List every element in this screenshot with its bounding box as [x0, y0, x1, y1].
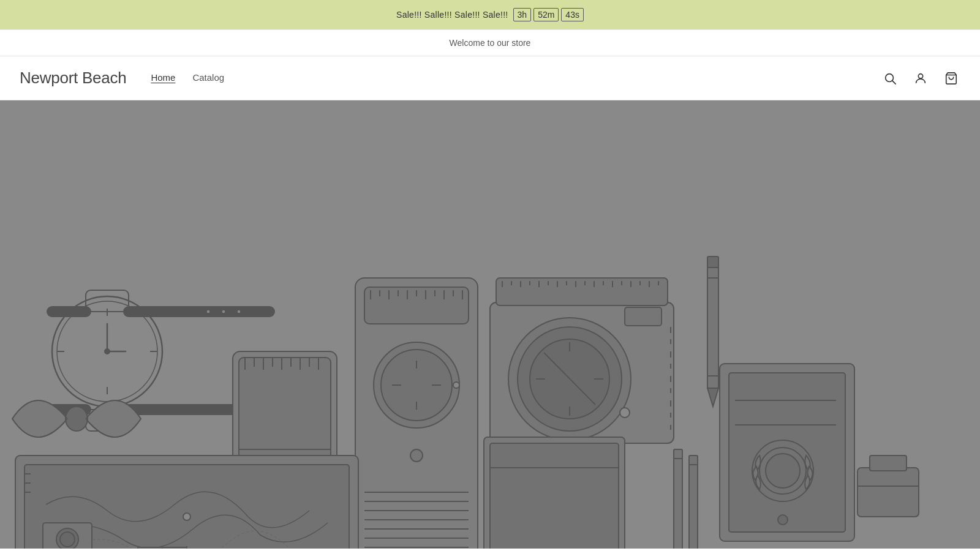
svg-point-21: [222, 310, 225, 313]
svg-rect-127: [729, 373, 845, 532]
hero-illustration: [0, 100, 980, 549]
sale-text: Sale!!! Salle!!! Sale!!! Sale!!!: [396, 10, 508, 20]
svg-point-80: [453, 382, 459, 388]
account-button[interactable]: [911, 69, 930, 88]
svg-point-136: [183, 513, 190, 520]
main-nav: Home Catalog: [151, 72, 881, 84]
search-button[interactable]: [881, 69, 899, 88]
svg-point-20: [206, 310, 210, 313]
header: Newport Beach Home Catalog: [0, 56, 980, 100]
account-icon: [914, 72, 927, 85]
svg-point-132: [766, 454, 800, 488]
header-icons: [881, 69, 960, 88]
svg-rect-150: [689, 455, 698, 549]
announcement-bar: Sale!!! Salle!!! Sale!!! Sale!!! 3h 52m …: [0, 0, 980, 29]
svg-rect-147: [674, 449, 682, 549]
svg-point-111: [620, 408, 630, 418]
svg-rect-102: [625, 307, 662, 326]
countdown-timer: 3h 52m 43s: [513, 8, 584, 21]
svg-point-22: [237, 310, 241, 313]
svg-rect-123: [707, 257, 718, 268]
svg-point-23: [66, 407, 88, 431]
svg-rect-153: [858, 468, 919, 517]
svg-point-2: [918, 73, 922, 78]
timer-hours: 3h: [513, 8, 532, 21]
svg-rect-154: [870, 455, 907, 471]
svg-point-75: [381, 350, 452, 421]
svg-rect-83: [496, 278, 668, 305]
store-name: Newport Beach: [20, 69, 126, 88]
cart-icon: [944, 72, 958, 85]
nav-catalog[interactable]: Catalog: [192, 72, 224, 84]
svg-point-19: [105, 349, 110, 354]
nav-home[interactable]: Home: [151, 72, 175, 84]
welcome-bar: Welcome to our store: [0, 29, 980, 56]
svg-point-81: [410, 449, 423, 462]
svg-point-133: [778, 515, 788, 525]
welcome-text: Welcome to our store: [450, 38, 531, 48]
svg-rect-157: [490, 443, 619, 549]
svg-rect-121: [707, 266, 718, 388]
svg-line-1: [892, 81, 895, 84]
svg-point-142: [60, 532, 75, 547]
timer-seconds: 43s: [561, 8, 584, 21]
cart-button[interactable]: [942, 69, 960, 88]
timer-minutes: 52m: [533, 8, 559, 21]
search-icon: [883, 72, 897, 85]
hero-section: [0, 100, 980, 549]
